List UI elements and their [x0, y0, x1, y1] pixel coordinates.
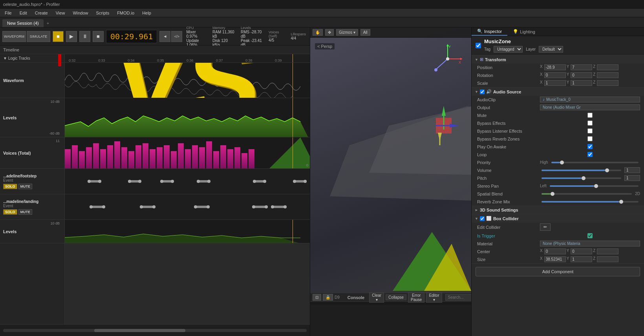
edit-collider-row: Edit Collider ✏: [472, 223, 644, 232]
transform-arrow: ▼: [475, 58, 478, 62]
size-y[interactable]: [571, 256, 592, 262]
menu-fmodio[interactable]: FMOD.io: [114, 10, 137, 16]
menu-create[interactable]: Create: [32, 10, 51, 16]
footstep-handle-3[interactable]: [160, 180, 174, 183]
bypass-listener-checkbox[interactable]: [540, 128, 640, 133]
scrollbar-thumb[interactable]: [94, 329, 185, 332]
footstep-handle-4[interactable]: [197, 180, 210, 183]
reverb-zone-mix-slider[interactable]: [542, 201, 639, 203]
footstep-handle-2[interactable]: [128, 180, 142, 183]
tab-session[interactable]: New Session (4): [2, 19, 44, 27]
console-clear-button[interactable]: Clear: [369, 292, 384, 303]
rotation-z[interactable]: [597, 72, 618, 78]
menu-view[interactable]: View: [53, 10, 68, 16]
position-y[interactable]: [571, 64, 592, 70]
console-search-input[interactable]: [445, 294, 471, 301]
record-button[interactable]: ■: [53, 31, 64, 42]
center-x[interactable]: [544, 248, 566, 254]
track-label-voices: Voices (Total) 11: [0, 137, 64, 169]
landing-handle-3[interactable]: [194, 206, 210, 208]
play-on-awake-checkbox[interactable]: [540, 144, 640, 149]
size-z[interactable]: [597, 256, 618, 262]
main-layout: WAVEFORM SIMULATE ■ ▶ ⏸ ■ 00:29.961 ◄ </…: [0, 27, 644, 336]
scale-y[interactable]: [571, 80, 592, 86]
edit-collider-button[interactable]: ✏: [540, 223, 551, 231]
box-collider-enabled[interactable]: [480, 216, 485, 221]
horizontal-scrollbar[interactable]: [3, 329, 307, 332]
landing-solo[interactable]: SOLO: [3, 209, 17, 215]
transport-mode-simulate[interactable]: SIMULATE: [27, 31, 50, 42]
volume-slider[interactable]: [542, 170, 621, 171]
menu-window[interactable]: Window: [70, 10, 91, 16]
pitch-slider[interactable]: [542, 177, 621, 179]
footstep-handle-5[interactable]: [253, 180, 267, 183]
position-z[interactable]: [597, 64, 618, 70]
rotation-y[interactable]: [571, 72, 592, 78]
console-collapse-button[interactable]: Collapse: [386, 294, 406, 300]
mute-checkbox[interactable]: [540, 113, 640, 118]
footstep-handle-1[interactable]: [88, 180, 101, 183]
position-x[interactable]: [544, 64, 566, 70]
transport-arrow-left[interactable]: ◄: [159, 31, 170, 42]
object-layer-dropdown[interactable]: Default: [539, 46, 563, 53]
audio-source-header[interactable]: ▼ 🔊 Audio Source: [472, 88, 644, 96]
tab-add[interactable]: +: [44, 19, 52, 27]
svg-rect-1: [65, 149, 71, 168]
pitch-row: Pitch: [472, 174, 644, 182]
loop-checkbox[interactable]: [540, 152, 640, 157]
menu-edit[interactable]: Edit: [16, 10, 30, 16]
is-trigger-checkbox[interactable]: [540, 233, 640, 238]
landing-handle-1[interactable]: [90, 206, 105, 208]
object-tag-dropdown[interactable]: Untagged: [494, 46, 523, 53]
footstep-solo[interactable]: SOLO: [3, 184, 17, 189]
stop-button[interactable]: ■: [93, 31, 104, 42]
menu-file[interactable]: File: [2, 10, 15, 16]
volume-input[interactable]: [624, 167, 640, 173]
console-dock-icon[interactable]: ⊡: [313, 294, 321, 301]
menu-help[interactable]: Help: [139, 10, 154, 16]
transport-code-toggle[interactable]: </>: [171, 31, 182, 42]
scale-x[interactable]: [544, 80, 566, 86]
box-collider-header[interactable]: ▼ ⬜ Box Collider: [472, 214, 644, 223]
tab-lighting[interactable]: 💡 Lighting: [507, 27, 541, 36]
add-component-button[interactable]: Add Component: [476, 267, 640, 276]
bypass-reverb-checkbox[interactable]: [540, 136, 640, 141]
transform-header[interactable]: ▼ ⊞ Transform: [472, 55, 644, 64]
pause-button[interactable]: ⏸: [79, 31, 90, 42]
pitch-input[interactable]: [624, 175, 640, 181]
transport-mode-waveform[interactable]: WAVEFORM: [2, 31, 26, 42]
center-z[interactable]: [597, 248, 618, 254]
scale-z[interactable]: [597, 80, 618, 86]
menu-scripts[interactable]: Scripts: [93, 10, 113, 16]
tab-inspector[interactable]: 🔍 Inspector: [472, 27, 507, 36]
object-header: MusicZone Tag Untagged Layer Default: [472, 36, 644, 55]
svg-marker-28: [269, 137, 310, 168]
landing-handle-4[interactable]: [252, 206, 268, 208]
spatial-blend-slider[interactable]: [542, 193, 632, 195]
inspector-panel: 🔍 Inspector 💡 Lighting MusicZone Tag Unt…: [471, 27, 644, 336]
footstep-handle-6[interactable]: [293, 180, 307, 183]
landing-handle-5[interactable]: [271, 206, 287, 208]
footstep-mute[interactable]: MUTE: [18, 184, 33, 189]
landing-mute[interactable]: MUTE: [18, 209, 33, 215]
console-error-pause-button[interactable]: Error Pause: [408, 292, 424, 303]
size-x[interactable]: [544, 256, 566, 262]
position-xyz: X Y Z: [540, 64, 640, 70]
bypass-effects-checkbox[interactable]: [540, 121, 640, 126]
center-y[interactable]: [571, 248, 592, 254]
priority-slider[interactable]: [551, 162, 639, 163]
play-button[interactable]: ▶: [66, 31, 77, 42]
gizmos-button[interactable]: Gizmos ▾: [336, 29, 358, 36]
move-tool[interactable]: ✥: [325, 29, 334, 36]
object-enabled-checkbox[interactable]: [476, 43, 481, 48]
console-editor-button[interactable]: Editor: [426, 292, 442, 303]
all-button[interactable]: All: [360, 29, 370, 36]
audio-source-enabled[interactable]: [480, 89, 485, 94]
stereo-pan-slider[interactable]: [550, 185, 639, 187]
console-lock-icon[interactable]: 🔒: [323, 294, 333, 301]
hand-tool[interactable]: ✋: [313, 29, 323, 36]
reverb-zone-mix-row: Reverb Zone Mix: [472, 198, 644, 206]
sound-settings-header[interactable]: ► 3D Sound Settings: [472, 206, 644, 214]
rotation-x[interactable]: [544, 72, 566, 78]
landing-handle-2[interactable]: [140, 206, 156, 208]
